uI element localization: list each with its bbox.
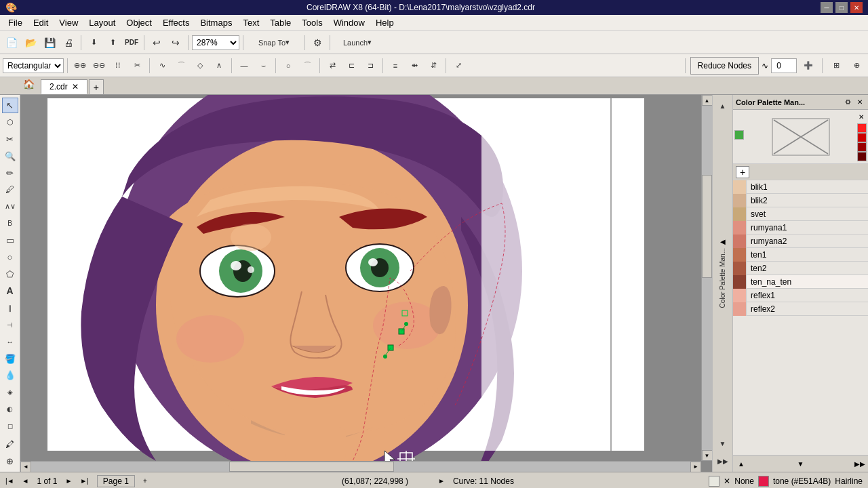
palette-more-btn[interactable]: ▶▶ [854, 459, 865, 470]
menu-view[interactable]: View [54, 16, 83, 29]
eyedropper-tool[interactable]: 💧 [2, 368, 18, 384]
combine-btn[interactable]: ⊐ [361, 57, 379, 75]
swatch-ten1[interactable] [733, 248, 747, 262]
red-swatch-4[interactable] [857, 152, 867, 161]
page-next-btn[interactable]: ► [65, 477, 72, 485]
swatch-ten2[interactable] [733, 262, 747, 275]
menu-file[interactable]: File [3, 16, 28, 29]
line-btn[interactable]: — [235, 57, 253, 75]
swatch-label-ten1[interactable]: ten1 [747, 250, 868, 260]
green-swatch-item[interactable] [734, 130, 744, 140]
canvas-area[interactable]: ▲ ▼ ◄ ► [20, 95, 712, 472]
transparency-tool[interactable]: ◻ [2, 418, 18, 434]
swatch-label-blik1[interactable]: blik1 [747, 182, 868, 192]
polyline-tool[interactable]: ∧∨ [2, 199, 18, 214]
swatch-label-reflex1[interactable]: reflex1 [747, 291, 868, 300]
shadow-tool[interactable]: ◐ [2, 401, 18, 417]
menu-text[interactable]: Text [237, 16, 264, 29]
add-page-status-btn[interactable]: + [143, 477, 147, 485]
zoom-combo[interactable]: 287% [192, 35, 239, 50]
add-nodes-button[interactable]: ⊕⊕ [71, 57, 89, 75]
node-tool[interactable]: ⬡ [2, 115, 18, 130]
selection-tool[interactable]: ↖ [2, 98, 18, 113]
new-button[interactable]: 📄 [3, 34, 20, 52]
swatch-reflex1[interactable] [733, 289, 747, 302]
curve-btn[interactable]: ∿ [153, 57, 171, 75]
connector-tool[interactable]: ⊣ [2, 317, 18, 333]
red-swatch-3[interactable] [857, 142, 867, 152]
add-page-btn[interactable]: ⊕ [2, 453, 18, 469]
pdf-button[interactable]: PDF [123, 34, 140, 52]
scroll-left-button[interactable]: ◄ [20, 462, 31, 472]
swatch-blik1[interactable] [733, 180, 747, 194]
swatch-reflex2[interactable] [733, 302, 747, 316]
swatch-rumyana2[interactable] [733, 235, 747, 248]
horizontal-scrollbar[interactable]: ◄ ► [20, 461, 701, 472]
palette-prev-btn[interactable]: ▲ [736, 459, 747, 470]
swatch-ten-na-ten[interactable] [733, 275, 747, 289]
join-nodes-button[interactable]: ⁞⁞ [109, 57, 127, 75]
menu-window[interactable]: Window [328, 16, 370, 29]
symmetric-btn[interactable]: ◇ [191, 57, 209, 75]
save-button[interactable]: 💾 [41, 34, 58, 52]
smooth-btn[interactable]: ⌒ [172, 57, 190, 75]
pen-tool[interactable]: 🖊 [2, 182, 18, 198]
interactive-tool[interactable]: ◈ [2, 384, 18, 400]
panel-close-btn[interactable]: ✕ [854, 97, 865, 108]
freehand-tool[interactable]: ✏ [2, 165, 18, 181]
crop-tool[interactable]: ✂ [2, 131, 18, 147]
bspline-tool[interactable]: B [2, 216, 18, 231]
print-button[interactable]: 🖨 [60, 34, 77, 52]
palette-expand-icon[interactable]: ◀ [720, 238, 726, 245]
menu-help[interactable]: Help [370, 16, 399, 29]
open-curve-btn[interactable]: ⌒ [298, 57, 316, 75]
scroll-right-button[interactable]: ► [690, 462, 701, 472]
undo-button[interactable]: ↩ [148, 34, 165, 52]
extract-btn[interactable]: ⊏ [342, 57, 360, 75]
elastic-btn[interactable]: ⤢ [450, 57, 467, 75]
red-swatch-2[interactable] [857, 133, 867, 142]
menu-tools[interactable]: Tools [296, 16, 328, 29]
reverse-btn[interactable]: ⇄ [323, 57, 341, 75]
minimize-button[interactable]: ─ [821, 2, 833, 13]
rectangle-tool[interactable]: ▭ [2, 232, 18, 248]
open-button[interactable]: 📂 [22, 34, 39, 52]
swatch-label-reflex2[interactable]: reflex2 [747, 304, 868, 314]
swatch-label-ten2[interactable]: ten2 [747, 264, 868, 273]
break-nodes-button[interactable]: ✂ [128, 57, 146, 75]
snap-to-button[interactable]: Snap To ▾ [247, 34, 301, 52]
reflect-h-btn[interactable]: ⇹ [406, 57, 423, 75]
measure-tool[interactable]: ↔ [2, 334, 18, 350]
curve-segment-btn[interactable]: ⌣ [254, 57, 272, 75]
swatch-label-svet[interactable]: svet [747, 209, 868, 219]
swatch-svet[interactable] [733, 207, 747, 221]
tab-close-icon[interactable]: ✕ [72, 82, 79, 92]
node-count-input[interactable] [771, 58, 797, 73]
swatch-label-ten-na-ten[interactable]: ten_na_ten [747, 277, 868, 287]
page-first-btn[interactable]: |◄ [5, 477, 14, 485]
delete-nodes-button[interactable]: ⊖⊖ [90, 57, 108, 75]
panel-scroll-down[interactable]: ▼ [715, 435, 731, 451]
menu-effects[interactable]: Effects [157, 16, 195, 29]
export-button[interactable]: ⬆ [104, 34, 121, 52]
swatch-label-rumyana1[interactable]: rumyana1 [747, 223, 868, 232]
reflect-v-btn[interactable]: ⇵ [425, 57, 442, 75]
add-color-button[interactable]: + [736, 166, 749, 178]
zoom-tool[interactable]: 🔍 [2, 148, 18, 164]
parallel-tool[interactable]: ∥ [2, 300, 18, 316]
close-curve-btn[interactable]: ○ [279, 57, 297, 75]
polygon-tool[interactable]: ⬠ [2, 266, 18, 282]
zoom-in-canvas-btn[interactable]: ⊕ [848, 57, 865, 75]
color-eyedropper[interactable]: 🖍 [2, 436, 18, 452]
cusp-btn[interactable]: ∧ [210, 57, 228, 75]
launch-button[interactable]: Launch ▾ [334, 34, 381, 52]
text-tool[interactable]: A [2, 283, 18, 299]
ellipse-tool[interactable]: ○ [2, 249, 18, 265]
page-tab[interactable]: Page 1 [97, 475, 135, 487]
swatch-label-rumyana2[interactable]: rumyana2 [747, 237, 868, 246]
reduce-nodes-button[interactable]: Reduce Nodes [690, 57, 759, 75]
red-swatch-1[interactable] [857, 123, 867, 133]
panel-expand[interactable]: ▶▶ [715, 453, 731, 469]
panel-settings-btn[interactable]: ⚙ [842, 97, 853, 108]
palette-next-btn[interactable]: ▼ [795, 459, 806, 470]
